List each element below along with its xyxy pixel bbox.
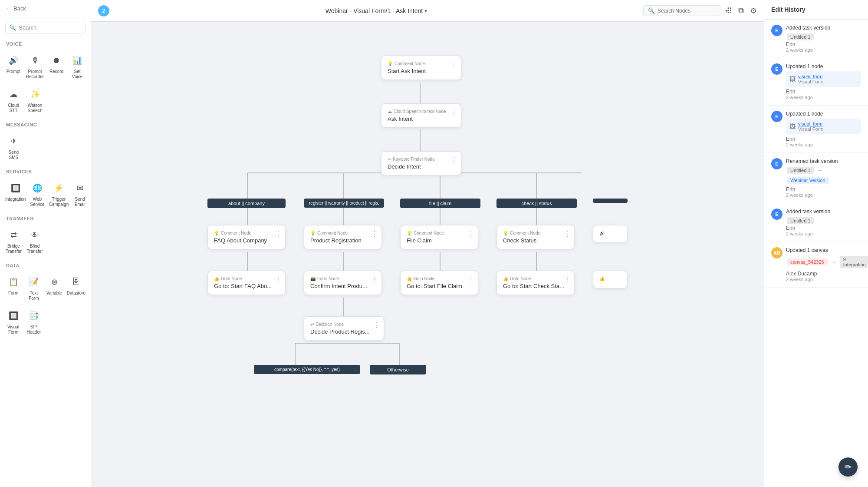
file-claim-icon: 💡 xyxy=(407,231,412,235)
node-datastore[interactable]: 🗄 Datastore xyxy=(65,272,87,305)
node-goto-file-claim[interactable]: 👍 Goto Node Go to: Start File Claim ⋮ xyxy=(400,271,478,295)
form-icon: 📋 xyxy=(7,275,20,289)
node-blind-transfer[interactable]: 👁 Blind Transfer xyxy=(25,225,45,258)
node-file-claim-type: 💡 Comment Node xyxy=(407,231,472,235)
node-confirm-intent[interactable]: 📸 Form Node Confirm Intent Produ... ⋮ xyxy=(304,271,382,295)
node-goto-faq[interactable]: 👍 Goto Node Go to: Start FAQ Abo... ⋮ xyxy=(207,271,286,295)
keyword-icon: ✂ xyxy=(388,157,391,162)
node-set-voice[interactable]: 📊 Set Voice xyxy=(67,50,87,83)
goto-file-claim-type: 👍 Goto Node xyxy=(407,276,472,281)
branch-register-warranty: register || warranty || product || regis… xyxy=(304,199,384,208)
node-send-sms[interactable]: ✈ Send SMS xyxy=(3,131,24,164)
node-send-email[interactable]: ✉ Send Email xyxy=(71,178,89,211)
record-label: Record xyxy=(49,69,63,74)
decide-intent-menu-btn[interactable]: ⋮ xyxy=(450,156,457,164)
node-bridge-transfer[interactable]: ⇄ Bridge Transfer xyxy=(3,225,24,258)
rename-arrow-icon: → xyxy=(817,167,822,173)
history-item-5: E Added task version Untitled 1 Erin 2 w… xyxy=(764,203,868,242)
node-prompt[interactable]: 🔊 Prompt xyxy=(3,50,23,83)
blind-transfer-label: Blind Transfer xyxy=(26,244,43,254)
node-decide-product[interactable]: ⇄ Decision Node Decide Product Regis... … xyxy=(304,316,384,341)
prompt-label: Prompt xyxy=(7,69,20,74)
product-reg-menu-btn[interactable]: ⋮ xyxy=(371,230,378,238)
node-start-ask-intent[interactable]: 💡 Comment Node Start Ask Intent ⋮ xyxy=(381,56,461,80)
node-goto-check-status[interactable]: 👍 Goto Node Go to: Start Check Sta... ⋮ xyxy=(496,271,575,295)
node-cloud-stt[interactable]: ☁ Cloud STT xyxy=(3,84,23,117)
section-voice-label: Voice xyxy=(0,38,91,48)
node-faq-company-title: FAQ About Company xyxy=(214,237,279,244)
search-nodes-input[interactable] xyxy=(658,8,723,14)
integration-label: Integration xyxy=(5,197,26,202)
cloud-stt-icon: ☁ xyxy=(7,87,20,101)
confirm-intent-title: Confirm Intent Produ... xyxy=(310,283,375,289)
fab-button[interactable]: ✏ xyxy=(838,457,858,477)
canvas[interactable]: 💡 Comment Node Start Ask Intent ⋮ ☁ Clou… xyxy=(91,22,764,487)
node-decide-intent[interactable]: ✂ Keyword Finder Node Decide Intent ⋮ xyxy=(381,151,461,176)
node-integration[interactable]: 🔲 Integration xyxy=(3,178,27,211)
watson-speech-icon: ✨ xyxy=(28,87,42,101)
title-dropdown-icon[interactable]: ▾ xyxy=(424,8,427,14)
history-link-2[interactable]: visual_form xyxy=(798,74,823,79)
history-action-1: Added task version xyxy=(786,25,861,31)
search-nodes-bar[interactable]: 🔍 ▾ xyxy=(643,5,721,16)
search-input[interactable] xyxy=(19,24,91,31)
history-avatar-2: E xyxy=(771,63,783,75)
node-watson-speech[interactable]: ✨ Watson Speech xyxy=(24,84,46,117)
node-visual-form[interactable]: 🔲 Visual Form xyxy=(3,305,23,338)
node-faq-company[interactable]: 💡 Comment Node FAQ About Company ⋮ xyxy=(207,225,286,249)
canvas-link-badge-6: 9 - Integration xyxy=(840,256,868,268)
goto-faq-menu-btn[interactable]: ⋮ xyxy=(275,275,282,284)
node-trigger-campaign[interactable]: ⚡ Trigger Campaign xyxy=(47,178,71,211)
node-decide-intent-title: Decide Intent xyxy=(388,163,455,170)
node-check-status[interactable]: 💡 Comment Node Check Status ⋮ xyxy=(496,225,575,249)
goto-5th-icon: 👍 xyxy=(599,276,605,281)
node-web-service[interactable]: 🌐 Web Service xyxy=(28,178,46,211)
goto-file-claim-menu-btn[interactable]: ⋮ xyxy=(467,275,474,284)
node-goto-5th[interactable]: 👍 xyxy=(593,271,628,288)
history-time-6: 2 weeks ago xyxy=(786,277,868,282)
node-msg-2[interactable] xyxy=(25,131,45,164)
node-form[interactable]: 📋 Form xyxy=(3,272,23,305)
web-service-icon: 🌐 xyxy=(30,181,44,195)
node-file-claim[interactable]: 💡 Comment Node File Claim ⋮ xyxy=(400,225,478,249)
sidebar-search[interactable]: 🔍 xyxy=(5,22,85,33)
history-author-1: Erin xyxy=(786,41,861,47)
topbar-icons: ⠿ ⧉ ⚙ xyxy=(727,6,757,16)
node-msg-3[interactable] xyxy=(46,131,66,164)
ask-intent-menu-btn[interactable]: ⋮ xyxy=(450,108,457,116)
services-grid: 🔲 Integration 🌐 Web Service ⚡ Trigger Ca… xyxy=(0,176,91,212)
node-sip-header[interactable]: 📑 SIP Header xyxy=(24,305,43,338)
node-variable[interactable]: ⊗ Variable xyxy=(44,272,64,305)
grid-icon[interactable]: ⠿ xyxy=(727,6,732,16)
check-status-icon: 💡 xyxy=(503,231,508,235)
history-author-3: Erin xyxy=(786,136,861,142)
node-menu-btn[interactable]: ⋮ xyxy=(450,60,457,69)
back-button[interactable]: ← Back xyxy=(6,5,26,12)
decide-product-menu-btn[interactable]: ⋮ xyxy=(373,321,380,329)
decide-product-type: ⇄ Decision Node xyxy=(310,322,378,327)
check-status-menu-btn[interactable]: ⋮ xyxy=(564,230,571,238)
prompt-recorder-label: Prompt Recorder xyxy=(26,69,44,80)
node-check-status-title: Check Status xyxy=(503,237,568,244)
history-avatar-4: E xyxy=(771,158,783,169)
decide-product-icon: ⇄ xyxy=(310,322,314,327)
goto-check-status-menu-btn[interactable]: ⋮ xyxy=(564,275,571,284)
send-sms-icon: ✈ xyxy=(7,134,20,148)
confirm-intent-menu-btn[interactable]: ⋮ xyxy=(371,275,378,284)
node-text-form[interactable]: 📝 Text Form xyxy=(24,272,43,305)
node-ask-intent[interactable]: ☁ Cloud Speech-to-text Node Ask Intent ⋮ xyxy=(381,103,461,128)
blind-transfer-icon: 👁 xyxy=(28,228,42,242)
settings-icon[interactable]: ⚙ xyxy=(750,6,757,16)
node-prompt-recorder[interactable]: 🎙 Prompt Recorder xyxy=(24,50,46,83)
node-record[interactable]: ⏺ Record xyxy=(46,50,66,83)
file-claim-menu-btn[interactable]: ⋮ xyxy=(467,230,474,238)
faq-menu-btn[interactable]: ⋮ xyxy=(275,230,282,238)
node-product-registration[interactable]: 💡 Comment Node Product Registration ⋮ xyxy=(304,225,382,249)
right-panel: Edit History E Added task version Untitl… xyxy=(764,0,868,487)
history-link-sub-3: Visual Form xyxy=(798,126,823,132)
layout-icon[interactable]: ⧉ xyxy=(738,6,744,15)
node-5th[interactable]: 🔊 xyxy=(593,225,628,243)
history-link-3[interactable]: visual_form xyxy=(798,121,823,126)
goto-check-status-icon: 👍 xyxy=(503,276,508,281)
bridge-transfer-icon: ⇄ xyxy=(7,228,20,242)
